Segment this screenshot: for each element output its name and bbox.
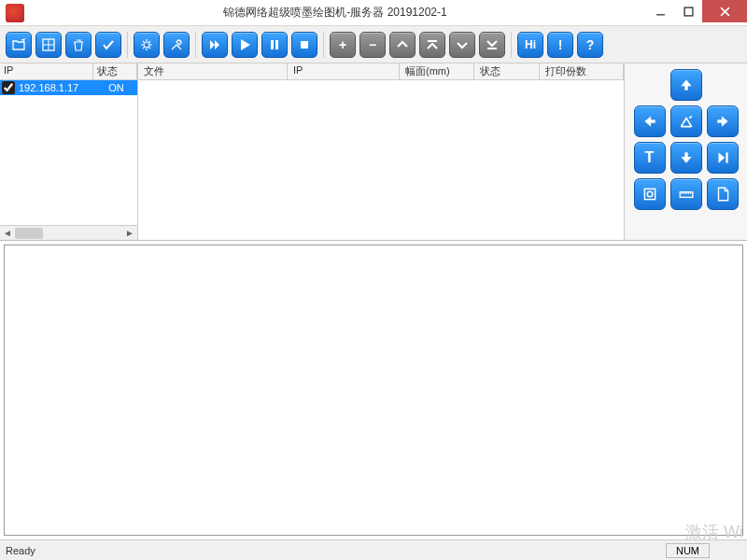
svg-rect-14 [650, 119, 655, 122]
svg-rect-8 [271, 40, 274, 49]
check-icon [101, 37, 116, 52]
play-icon [237, 37, 252, 52]
device-list-header: IP 状态 [0, 63, 137, 80]
ruler-button[interactable] [670, 178, 702, 210]
help-button[interactable]: ? [577, 32, 603, 58]
svg-rect-16 [684, 152, 687, 158]
t-button[interactable]: T [634, 142, 666, 174]
target-button[interactable] [634, 178, 666, 210]
device-ip: 192.168.1.17 [17, 82, 95, 93]
dpad-left-button[interactable] [634, 105, 666, 137]
stop-icon [297, 37, 312, 52]
minus-icon: − [369, 37, 376, 52]
check-button[interactable] [95, 32, 121, 58]
grid-button[interactable] [35, 32, 62, 58]
header-status[interactable]: 状态 [474, 63, 540, 79]
help-icon: ? [586, 37, 595, 52]
svg-rect-15 [717, 119, 723, 122]
minimize-button[interactable] [646, 0, 674, 22]
toolbar-separator [323, 32, 324, 58]
minus-button[interactable]: − [359, 32, 386, 58]
arrow-down-icon [678, 149, 695, 166]
page-icon [714, 186, 731, 203]
end-button[interactable] [707, 142, 739, 174]
header-ip[interactable]: IP [288, 63, 400, 79]
status-ready: Ready [6, 545, 35, 556]
pause-icon [267, 37, 282, 52]
job-list-body [138, 80, 624, 240]
double-forward-icon [207, 37, 222, 52]
title-bar: 锦德网络超级喷墨绘图机-服务器 20191202-1 [0, 0, 747, 26]
toolbar-separator [127, 32, 128, 58]
scroll-thumb[interactable] [15, 228, 43, 239]
tools-icon [169, 37, 184, 52]
main-toolbar: + − Hi ! ? [0, 26, 747, 63]
svg-rect-10 [301, 41, 308, 49]
status-bar: Ready NUM [0, 539, 747, 560]
device-list-pane: IP 状态 192.168.1.17 ON ◄ ► [0, 63, 138, 240]
plus-icon: + [339, 37, 346, 52]
move-top-button[interactable] [419, 32, 445, 58]
fast-forward-button[interactable] [202, 32, 228, 58]
grid-icon [41, 37, 56, 52]
svg-rect-9 [275, 40, 278, 49]
open-icon [11, 37, 26, 52]
status-num: NUM [666, 543, 710, 558]
toolbar-separator [511, 32, 512, 58]
device-row[interactable]: 192.168.1.17 ON [0, 80, 137, 95]
gear-icon [139, 37, 154, 52]
header-width[interactable]: 幅面(mm) [400, 63, 474, 79]
job-list-pane: 文件 IP 幅面(mm) 状态 打印份数 [138, 63, 624, 240]
target-icon [641, 186, 658, 203]
chevron-bottom-icon [486, 38, 499, 51]
chevron-up-icon [396, 38, 409, 51]
home-icon [678, 113, 695, 130]
trash-icon [71, 37, 86, 52]
svg-rect-13 [684, 85, 687, 91]
scroll-right-icon[interactable]: ► [122, 228, 137, 238]
job-list-header: 文件 IP 幅面(mm) 状态 打印份数 [138, 63, 624, 80]
device-checkbox[interactable] [2, 81, 15, 94]
arrow-left-icon [641, 113, 658, 130]
svg-rect-17 [726, 152, 727, 162]
page-button[interactable] [707, 178, 739, 210]
scroll-left-icon[interactable]: ◄ [0, 228, 15, 238]
header-file[interactable]: 文件 [138, 63, 288, 79]
hi-icon: Hi [525, 38, 536, 51]
horizontal-scrollbar[interactable]: ◄ ► [0, 225, 137, 240]
app-logo-icon [6, 4, 24, 22]
dpad-down-button[interactable] [670, 142, 702, 174]
device-status: ON [95, 82, 137, 93]
close-button[interactable] [702, 0, 747, 22]
toolbar-separator [195, 32, 196, 58]
play-button[interactable] [232, 32, 258, 58]
svg-rect-1 [684, 7, 693, 16]
info-button[interactable]: ! [547, 32, 573, 58]
chevron-down-icon [456, 38, 469, 51]
tools-button[interactable] [163, 32, 190, 58]
move-bottom-button[interactable] [479, 32, 505, 58]
open-button[interactable] [6, 32, 32, 58]
header-ip[interactable]: IP [0, 63, 93, 79]
chevron-top-icon [426, 38, 439, 51]
delete-button[interactable] [65, 32, 92, 58]
hi-button[interactable]: Hi [517, 32, 543, 58]
ruler-icon [678, 186, 695, 203]
stop-button[interactable] [291, 32, 317, 58]
plus-button[interactable]: + [330, 32, 356, 58]
pause-button[interactable] [261, 32, 288, 58]
dpad-up-button[interactable] [670, 69, 702, 101]
move-up-button[interactable] [389, 32, 416, 58]
settings-button[interactable] [134, 32, 160, 58]
maximize-button[interactable] [674, 0, 702, 22]
dpad-home-button[interactable] [670, 105, 702, 137]
svg-rect-18 [644, 189, 655, 199]
header-copies[interactable]: 打印份数 [540, 63, 624, 79]
device-list-body: 192.168.1.17 ON [0, 80, 137, 225]
move-down-button[interactable] [449, 32, 475, 58]
header-status[interactable]: 状态 [93, 63, 137, 79]
svg-point-7 [144, 42, 149, 48]
arrow-up-icon [678, 77, 695, 93]
end-icon [714, 149, 731, 166]
dpad-right-button[interactable] [707, 105, 739, 137]
